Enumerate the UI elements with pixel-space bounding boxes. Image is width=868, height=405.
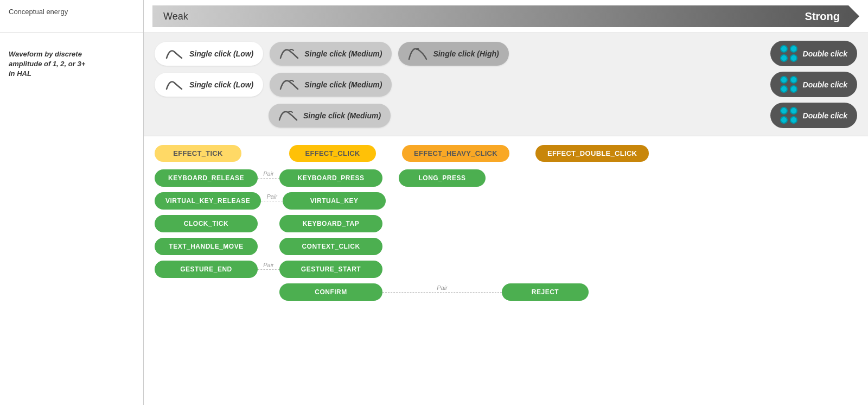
wave-low-icon-r2 [164, 77, 184, 92]
single-click-medium-pill-r3[interactable]: Single click (Medium) [269, 104, 391, 128]
energy-bar-container: Weak Strong [152, 5, 859, 27]
single-click-low-label-r1: Single click (Low) [189, 49, 253, 58]
wave-high-icon-r1 [408, 46, 427, 61]
pair-label-confirm: Pair [437, 284, 448, 291]
haptic-row-clock: CLOCK_TICK KEYBOARD_TAP [155, 215, 857, 232]
virtual-key-release-btn[interactable]: VIRTUAL_KEY_RELEASE [155, 192, 261, 210]
main-content: Single click (Low) Single click (Medium)… [144, 33, 868, 405]
double-click-dark-pill-r3[interactable]: Double click [770, 103, 857, 128]
double-dot-icon-r1 [780, 45, 797, 62]
keyboard-press-btn[interactable]: KEYBOARD_PRESS [279, 169, 382, 187]
haptic-row-text-handle: TEXT_HANDLE_MOVE CONTEXT_CLICK [155, 238, 857, 255]
single-click-low-pill-r2[interactable]: Single click (Low) [155, 73, 263, 97]
single-click-high-pill-r1[interactable]: Single click (High) [398, 42, 508, 66]
energy-bar: Weak Strong [152, 5, 859, 27]
single-click-low-label-r2: Single click (Low) [189, 80, 253, 89]
energy-strong-label: Strong [805, 10, 840, 23]
single-click-medium-pill-r1[interactable]: Single click (Medium) [270, 42, 392, 66]
waveform-label: Waveform by discreteamplitude of 1, 2, o… [9, 49, 85, 79]
pair-label-keyboard: Pair [263, 170, 274, 177]
effect-heavy-click-label: EFFECT_HEAVY_CLICK [402, 145, 509, 162]
pair-label-gesture: Pair [263, 262, 274, 268]
double-click-label-r2: Double click [803, 80, 847, 89]
haptic-row-gesture: GESTURE_END Pair GESTURE_START [155, 261, 857, 278]
conceptual-energy-text: Conceptual energy [9, 8, 68, 16]
haptic-section: EFFECT_TICK EFFECT_CLICK EFFECT_HEAVY_CL… [144, 136, 868, 309]
single-click-medium-label-r3: Single click (Medium) [303, 111, 381, 120]
wave-medium-icon-r1 [279, 46, 299, 61]
haptic-rows: KEYBOARD_RELEASE Pair KEYBOARD_PRESS LON… [155, 169, 857, 301]
conceptual-energy-label: Conceptual energy [0, 0, 144, 33]
double-click-dark-pill-r2[interactable]: Double click [770, 72, 857, 97]
energy-weak-label: Weak [163, 11, 188, 22]
gesture-end-btn[interactable]: GESTURE_END [155, 261, 258, 278]
effect-labels-row: EFFECT_TICK EFFECT_CLICK EFFECT_HEAVY_CL… [155, 145, 857, 162]
single-click-high-label-r1: Single click (High) [433, 49, 499, 58]
haptic-row-confirm: CONFIRM Pair REJECT [279, 283, 857, 301]
wave-low-icon [164, 46, 184, 61]
waveform-row-2: Single click (Low) Single click (Medium) [155, 72, 857, 97]
single-click-medium-label-r2: Single click (Medium) [304, 80, 382, 89]
gesture-start-btn[interactable]: GESTURE_START [279, 261, 382, 278]
keyboard-tap-btn[interactable]: KEYBOARD_TAP [279, 215, 382, 232]
clock-tick-btn[interactable]: CLOCK_TICK [155, 215, 258, 232]
single-click-low-pill-r1[interactable]: Single click (Low) [155, 42, 263, 66]
confirm-btn[interactable]: CONFIRM [279, 283, 382, 301]
keyboard-release-btn[interactable]: KEYBOARD_RELEASE [155, 169, 258, 187]
reject-btn[interactable]: REJECT [502, 283, 589, 301]
waveform-row-3: Single click (Medium) Double [155, 103, 857, 128]
effect-click-label: EFFECT_CLICK [289, 145, 376, 162]
virtual-key-btn[interactable]: VIRTUAL_KEY [283, 192, 386, 210]
double-dot-icon-r3 [780, 107, 797, 124]
waveform-label-cell: Waveform by discreteamplitude of 1, 2, o… [0, 33, 144, 405]
double-click-label-r3: Double click [803, 111, 847, 120]
wave-medium-icon-r3 [278, 108, 298, 123]
single-click-medium-pill-r2[interactable]: Single click (Medium) [270, 73, 392, 97]
context-click-btn[interactable]: CONTEXT_CLICK [279, 238, 382, 255]
waveform-section: Single click (Low) Single click (Medium)… [144, 33, 868, 136]
double-click-dark-pill-r1[interactable]: Double click [770, 41, 857, 66]
wave-medium-icon-r2 [279, 77, 299, 92]
haptic-row-keyboard: KEYBOARD_RELEASE Pair KEYBOARD_PRESS LON… [155, 169, 857, 187]
long-press-btn[interactable]: LONG_PRESS [399, 169, 486, 187]
waveform-row-1: Single click (Low) Single click (Medium)… [155, 41, 857, 66]
text-handle-move-btn[interactable]: TEXT_HANDLE_MOVE [155, 238, 258, 255]
energy-bar-cell: Weak Strong [144, 0, 868, 33]
pair-label-virtual-key: Pair [266, 193, 277, 200]
haptic-row-virtual-key: VIRTUAL_KEY_RELEASE Pair VIRTUAL_KEY [155, 192, 857, 210]
double-click-label-r1: Double click [803, 49, 847, 58]
effect-double-click-label: EFFECT_DOUBLE_CLICK [535, 145, 649, 162]
single-click-medium-label-r1: Single click (Medium) [304, 49, 382, 58]
effect-tick-label: EFFECT_TICK [155, 145, 241, 162]
double-dot-icon-r2 [780, 76, 797, 93]
haptic-content: EFFECT_TICK EFFECT_CLICK EFFECT_HEAVY_CL… [155, 145, 857, 301]
